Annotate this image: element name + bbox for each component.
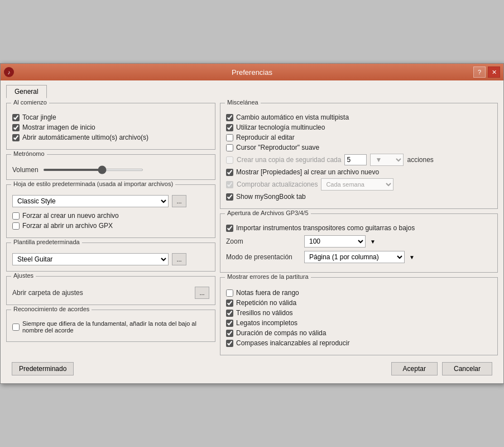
forzar-nuevo-row: Forzar al crear un nuevo archivo xyxy=(12,212,209,220)
help-button[interactable]: ? xyxy=(473,66,486,78)
plantilla-select-row: Steel Guitar Classical Guitar Piano Bass… xyxy=(12,253,209,265)
title-bar: ♪ Preferencias ? ✕ xyxy=(1,64,503,80)
volumen-row: Volumen xyxy=(12,166,209,174)
tresillos-invalidos-row: Tresillos no válidos xyxy=(226,309,492,317)
legatos-row: Legatos incompletos xyxy=(226,319,492,327)
plantilla-select[interactable]: Steel Guitar Classical Guitar Piano Bass xyxy=(12,253,169,265)
show-mysongbook-checkbox[interactable] xyxy=(226,193,233,201)
mostrar-imagen-checkbox[interactable] xyxy=(12,124,20,131)
action-buttons: Aceptar Cancelar xyxy=(391,362,492,375)
tab-general[interactable]: General xyxy=(6,85,47,98)
forzar-abrir-checkbox[interactable] xyxy=(12,222,20,230)
hoja-estilo-group: Hoja de estilo predeterminada (usada al … xyxy=(6,184,215,238)
zoom-select[interactable]: 50 75 100 125 150 xyxy=(304,235,366,248)
al-comienzo-group: Al comienzo Tocar jingle Mostrar imagen … xyxy=(6,103,215,150)
repeticion-invalida-row: Repetición no válida xyxy=(226,299,492,307)
aceptar-button[interactable]: Aceptar xyxy=(391,362,438,375)
forzar-nuevo-checkbox[interactable] xyxy=(12,212,20,220)
copia-seguridad-row: Crear una copia de seguridad cada ▼ acci… xyxy=(226,154,492,166)
repeticion-invalida-label: Repetición no válida xyxy=(236,299,296,307)
plantilla-group: Plantilla predeterminada Steel Guitar Cl… xyxy=(6,242,215,272)
miscelanea-content: Cambio automático en vista multipista Ut… xyxy=(226,113,492,201)
reconocimiento-checkbox[interactable] xyxy=(12,324,20,331)
comprobar-label: Comprobar actualizaciones xyxy=(237,180,318,188)
compases-inalcanzables-label: Compases inalcanzables al reproducir xyxy=(236,339,349,347)
importar-row: Importar instrumentos transpositores com… xyxy=(226,224,492,232)
cancelar-button[interactable]: Cancelar xyxy=(442,362,492,375)
mostrar-propiedades-row: Mostrar [Propiedades] al crear un archiv… xyxy=(226,168,492,176)
mostrar-propiedades-label: Mostrar [Propiedades] al crear un archiv… xyxy=(236,168,379,176)
comprobar-select[interactable]: Cada semana Cada mes Nunca xyxy=(321,178,393,191)
mostrar-imagen-label: Mostrar imagen de inicio xyxy=(22,123,95,131)
duracion-compas-row: Duración de compás no válida xyxy=(226,329,492,337)
metronomo-label: Metrónomo xyxy=(11,150,47,157)
tabs-bar: General xyxy=(6,85,498,98)
forzar-nuevo-label: Forzar al crear un nuevo archivo xyxy=(22,212,119,220)
copia-seguridad-checkbox[interactable] xyxy=(226,156,233,164)
metronomo-group: Metrónomo Volumen xyxy=(6,154,215,180)
forzar-abrir-label: Forzar al abrir un archivo GPX xyxy=(22,222,113,230)
modo-presentacion-select[interactable]: Página (1 por columna) Página (2 por col… xyxy=(304,251,405,263)
abrir-auto-label: Abrir automáticamente ultimo(s) archivo(… xyxy=(22,134,148,141)
copia-seguridad-label: Crear una copia de seguridad cada xyxy=(237,156,341,164)
tocar-jingle-checkbox[interactable] xyxy=(12,114,20,121)
left-column: Al comienzo Tocar jingle Mostrar imagen … xyxy=(6,103,215,355)
ajustes-row: Abrir carpeta de ajustes ... xyxy=(12,287,209,299)
hoja-estilo-select-row: Classic Style Modern Style Jazz Style ..… xyxy=(12,195,209,207)
hoja-estilo-browse-btn[interactable]: ... xyxy=(172,195,186,207)
plantilla-browse-btn[interactable]: ... xyxy=(172,253,186,265)
copia-seguridad-input[interactable] xyxy=(344,154,367,165)
multinucleo-checkbox[interactable] xyxy=(226,124,233,131)
abrir-auto-checkbox[interactable] xyxy=(12,134,20,141)
notas-rango-checkbox[interactable] xyxy=(226,289,233,297)
tocar-jingle-label: Tocar jingle xyxy=(22,113,56,121)
importar-checkbox[interactable] xyxy=(226,225,233,232)
errores-label: Mostrar errores de la partitura xyxy=(225,273,311,280)
errores-group: Mostrar errores de la partitura Notas fu… xyxy=(220,277,498,355)
volumen-slider[interactable] xyxy=(43,169,143,171)
show-mysongbook-row: Show mySongBook tab xyxy=(226,193,492,201)
errores-content: Notas fuera de rango Repetición no válid… xyxy=(226,289,492,347)
hoja-estilo-label: Hoja de estilo predeterminada (usada al … xyxy=(11,180,175,187)
multinucleo-label: Utilizar tecnología multinucleo xyxy=(236,123,325,131)
ajustes-browse-btn[interactable]: ... xyxy=(195,287,209,299)
repeticion-invalida-checkbox[interactable] xyxy=(226,299,233,307)
duracion-compas-checkbox[interactable] xyxy=(226,330,233,337)
right-column: Miscelánea Cambio automático en vista mu… xyxy=(220,103,498,355)
miscelanea-label: Miscelánea xyxy=(225,99,261,106)
comprobar-row: Comprobar actualizaciones Cada semana Ca… xyxy=(226,178,492,191)
modo-dropdown-icon: ▼ xyxy=(409,254,415,260)
ajustes-label: Ajustes xyxy=(11,272,36,279)
reproducir-editar-checkbox[interactable] xyxy=(226,134,233,141)
cursor-suave-checkbox[interactable] xyxy=(226,144,233,151)
comprobar-checkbox[interactable] xyxy=(226,181,233,188)
cambio-auto-label: Cambio automático en vista multipista xyxy=(236,113,349,121)
hoja-estilo-content: Classic Style Modern Style Jazz Style ..… xyxy=(12,195,209,230)
title-bar-left: ♪ xyxy=(4,67,14,77)
cambio-auto-checkbox[interactable] xyxy=(226,114,233,121)
hoja-estilo-select[interactable]: Classic Style Modern Style Jazz Style xyxy=(12,195,169,207)
abrir-auto-row: Abrir automáticamente ultimo(s) archivo(… xyxy=(12,134,209,141)
copia-seguridad-select[interactable]: ▼ xyxy=(370,154,404,166)
zoom-dropdown-icon: ▼ xyxy=(370,239,376,245)
mostrar-propiedades-checkbox[interactable] xyxy=(226,169,233,176)
compases-inalcanzables-checkbox[interactable] xyxy=(226,340,233,347)
legatos-label: Legatos incompletos xyxy=(236,319,297,327)
ajustes-content: Abrir carpeta de ajustes ... xyxy=(12,287,209,299)
zoom-row: Zoom 50 75 100 125 150 ▼ xyxy=(226,235,492,248)
cursor-suave-label: Cursor "Reproductor" suave xyxy=(236,144,319,151)
predeterminado-button[interactable]: Predeterminado xyxy=(12,362,74,375)
zoom-label: Zoom xyxy=(226,237,299,245)
legatos-checkbox[interactable] xyxy=(226,320,233,327)
mostrar-imagen-row: Mostrar imagen de inicio xyxy=(12,123,209,131)
reconocimiento-group: Reconocimiento de acordes Siempre que di… xyxy=(6,310,215,342)
modo-presentacion-row: Modo de presentación Página (1 por colum… xyxy=(226,251,492,263)
metronomo-content: Volumen xyxy=(12,166,209,174)
close-button[interactable]: ✕ xyxy=(488,66,500,78)
cambio-auto-row: Cambio automático en vista multipista xyxy=(226,113,492,121)
tresillos-invalidos-label: Tresillos no válidos xyxy=(236,309,293,317)
tresillos-invalidos-checkbox[interactable] xyxy=(226,310,233,317)
acciones-label: acciones xyxy=(407,156,433,164)
reproducir-editar-row: Reproducir al editar xyxy=(226,134,492,141)
miscelanea-group: Miscelánea Cambio automático en vista mu… xyxy=(220,103,498,209)
